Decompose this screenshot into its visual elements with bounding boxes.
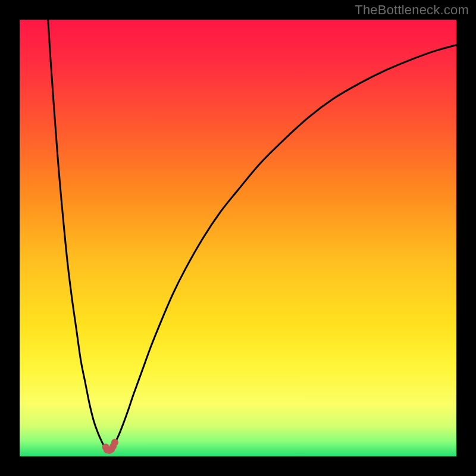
- bottleneck-chart: [0, 0, 476, 476]
- trough-marker: [111, 439, 118, 446]
- gradient-background: [20, 20, 456, 456]
- watermark-text: TheBottleneck.com: [355, 2, 469, 18]
- chart-frame: TheBottleneck.com: [0, 0, 476, 476]
